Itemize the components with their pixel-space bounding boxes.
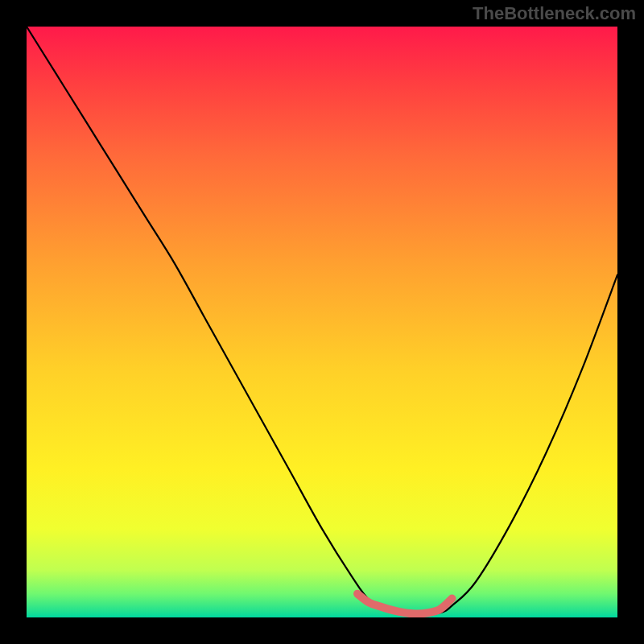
plot-area — [27, 27, 617, 617]
bottleneck-curve-path — [27, 27, 617, 614]
optimal-plateau-path — [357, 594, 452, 614]
curve-svg — [27, 27, 617, 617]
chart-container: TheBottleneck.com — [0, 0, 644, 644]
watermark-text: TheBottleneck.com — [473, 3, 636, 24]
